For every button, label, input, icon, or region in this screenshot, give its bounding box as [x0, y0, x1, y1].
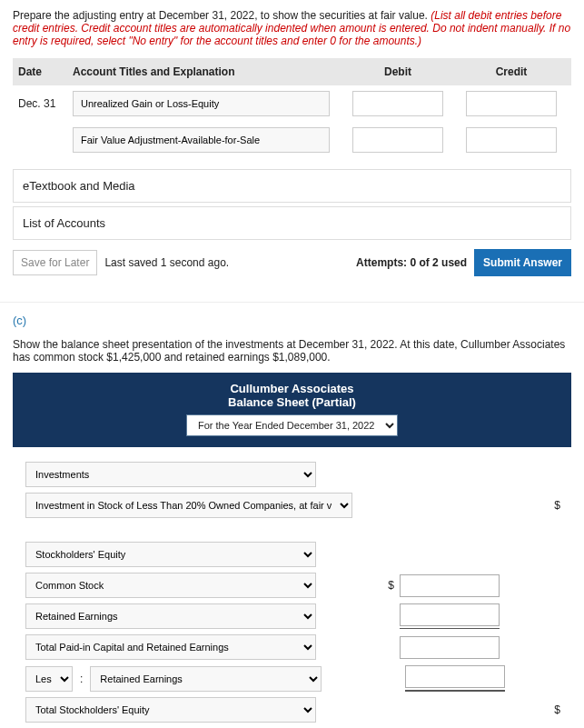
- instruction-text-prefix: Prepare the adjusting entry at December …: [13, 9, 431, 22]
- col-credit-header: Credit: [457, 65, 566, 78]
- etextbook-media-link[interactable]: eTextbook and Media: [13, 169, 571, 203]
- bs-line-select-8[interactable]: Total Stockholders' Equity: [25, 697, 316, 723]
- balance-sheet-body: Investments Investment in Stock of Less …: [13, 447, 571, 728]
- bs-line-select-2[interactable]: Investment in Stock of Less Than 20% Own…: [25, 493, 352, 518]
- dollar-sign: $: [554, 499, 560, 512]
- part-c-instructions: Show the balance sheet presentation of t…: [13, 338, 571, 364]
- bs-line-select-5[interactable]: Retained Earnings: [25, 603, 316, 629]
- journal-date-1: Dec. 31: [18, 97, 73, 110]
- col-acct-header: Account Titles and Explanation: [73, 65, 339, 78]
- bs-line-select-3[interactable]: Stockholders' Equity: [25, 542, 316, 567]
- list-of-accounts-link[interactable]: List of Accounts: [13, 206, 571, 240]
- account-title-input-2[interactable]: [73, 127, 330, 153]
- journal-row: [13, 122, 571, 158]
- save-for-later-button[interactable]: Save for Later: [13, 250, 97, 275]
- bs-line-select-7b[interactable]: Retained Earnings: [90, 666, 322, 692]
- account-title-input-1[interactable]: [73, 91, 330, 116]
- attempts-text: Attempts: 0 of 2 used: [356, 256, 467, 269]
- part-c-label: (c): [0, 303, 584, 338]
- last-saved-text: Last saved 1 second ago.: [104, 256, 229, 269]
- col-date-header: Date: [18, 65, 73, 78]
- retained-earnings-amount-input[interactable]: [400, 603, 500, 626]
- dollar-sign: $: [381, 579, 394, 592]
- bs-line-select-1[interactable]: Investments: [25, 462, 316, 487]
- credit-input-1[interactable]: [466, 91, 557, 116]
- colon-separator: :: [80, 673, 83, 685]
- period-select[interactable]: For the Year Ended December 31, 2022: [186, 414, 398, 436]
- debit-input-2[interactable]: [352, 127, 443, 153]
- balance-sheet-header: Cullumber Associates Balance Sheet (Part…: [13, 373, 571, 447]
- less-select[interactable]: Less: [25, 666, 73, 692]
- debit-input-1[interactable]: [352, 91, 443, 116]
- less-amount-input[interactable]: [405, 665, 505, 688]
- credit-input-2[interactable]: [466, 127, 557, 153]
- bs-line-select-4[interactable]: Common Stock: [25, 573, 316, 598]
- company-name: Cullumber Associates: [13, 382, 571, 395]
- dollar-sign: $: [554, 703, 560, 716]
- col-debit-header: Debit: [339, 65, 457, 78]
- common-stock-amount-input[interactable]: [400, 574, 500, 597]
- journal-header-row: Date Account Titles and Explanation Debi…: [13, 58, 571, 85]
- total-paidin-amount-input[interactable]: [400, 636, 500, 659]
- bs-line-select-6[interactable]: Total Paid-in Capital and Retained Earni…: [25, 634, 316, 660]
- journal-row: Dec. 31: [13, 85, 571, 122]
- balance-sheet-title: Balance Sheet (Partial): [13, 395, 571, 409]
- submit-answer-button[interactable]: Submit Answer: [474, 249, 571, 276]
